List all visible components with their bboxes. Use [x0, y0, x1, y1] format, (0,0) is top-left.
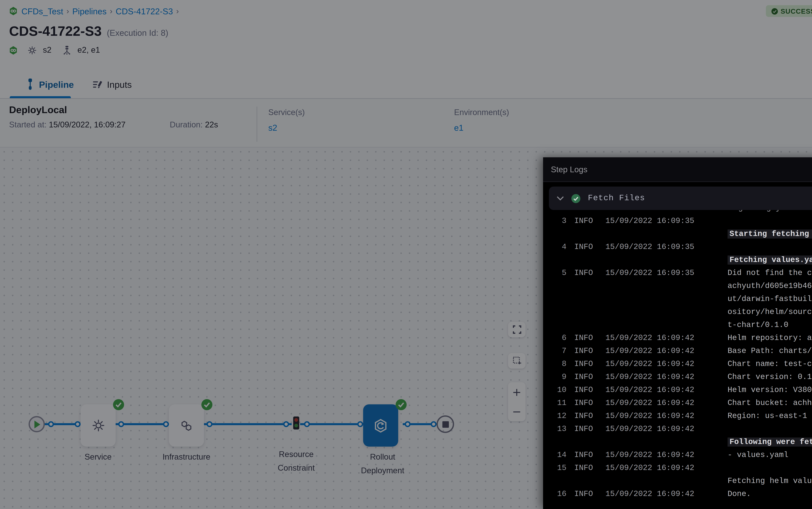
chevron-down-icon[interactable] — [557, 196, 564, 201]
log-message: Region: us-east-1 — [728, 410, 812, 422]
log-timestamp: 15/09/2022 16:09:42 — [605, 448, 720, 462]
log-row: 10INFO15/09/2022 16:09:42Helm version: V… — [552, 383, 812, 397]
log-level: INFO — [574, 448, 599, 462]
log-level: INFO — [574, 371, 599, 383]
log-timestamp: 15/09/2022 16:09:42 — [605, 371, 720, 383]
log-row: 3INFO15/09/2022 16:09:35Starting fetchin… — [552, 214, 812, 240]
log-line-number: 8 — [552, 358, 566, 371]
log-line-number: 6 — [552, 332, 566, 344]
log-line-number: 7 — [552, 344, 566, 358]
log-line-number: 14 — [552, 448, 566, 462]
log-timestamp: 15/09/2022 16:09:42 — [605, 397, 720, 410]
step-success-icon — [571, 193, 581, 203]
log-timestamp: 15/09/2022 16:09:42 — [605, 358, 720, 371]
log-row: 15INFO15/09/2022 16:09:42Fetching helm v… — [552, 462, 812, 487]
step-row-fetch-files[interactable]: Fetch Files ↑ ↓ 9s — [549, 186, 812, 210]
log-message: Done. — [728, 487, 812, 501]
log-timestamp: 15/09/2022 16:09:42 — [605, 422, 720, 436]
log-message: Helm repository: aws-qa-setup-modified — [728, 332, 812, 344]
log-line-number: 11 — [552, 397, 566, 410]
log-timestamp: 15/09/2022 16:09:42 — [605, 344, 720, 358]
log-line-number: 13 — [552, 422, 566, 436]
log-level: INFO — [574, 410, 599, 422]
log-row: 9INFO15/09/2022 16:09:42Chart version: 0… — [552, 371, 812, 383]
log-line-number: 10 — [552, 383, 566, 397]
log-row: 8INFO15/09/2022 16:09:42Chart name: test… — [552, 358, 812, 371]
drawer-header: Step Logs Console View — [543, 157, 812, 182]
step-name: Fetch Files — [588, 194, 645, 203]
log-message: Starting fetching Helm values — [728, 214, 812, 240]
clipped-log-line: m getting } — [729, 210, 812, 214]
log-level: INFO — [574, 240, 599, 253]
log-row: 11INFO15/09/2022 16:09:42Chart bucket: a… — [552, 397, 812, 410]
log-line-number: 5 — [552, 267, 566, 279]
log-timestamp: 15/09/2022 16:09:42 — [605, 383, 720, 397]
log-row: 7INFO15/09/2022 16:09:42Base Path: chart… — [552, 344, 812, 358]
log-timestamp: 15/09/2022 16:09:42 — [605, 487, 720, 501]
log-row: 14INFO15/09/2022 16:09:42- values.yaml — [552, 448, 812, 462]
log-line-number: 15 — [552, 462, 566, 475]
log-line-number: 4 — [552, 240, 566, 253]
log-level: INFO — [574, 358, 599, 371]
log-message: Did not find the chart and version in lo… — [728, 267, 812, 332]
log-message: Chart bucket: achhelmbucket — [728, 397, 812, 410]
log-timestamp: 15/09/2022 16:09:42 — [605, 462, 720, 475]
log-timestamp: 15/09/2022 16:09:35 — [605, 240, 720, 253]
log-row: 6INFO15/09/2022 16:09:42Helm repository:… — [552, 332, 812, 344]
log-row: 5INFO15/09/2022 16:09:35Did not find the… — [552, 267, 812, 332]
log-line-number: 12 — [552, 410, 566, 422]
log-message: - values.yaml — [728, 448, 812, 462]
log-message: Helm version: V380 — [728, 383, 812, 397]
log-level: INFO — [574, 383, 599, 397]
log-level: INFO — [574, 332, 599, 344]
log-timestamp: 15/09/2022 16:09:42 — [605, 332, 720, 344]
log-message: Chart version: 0.1.0 — [728, 371, 812, 383]
log-level: INFO — [574, 422, 599, 436]
log-row: 4INFO15/09/2022 16:09:35Fetching values.… — [552, 240, 812, 267]
log-level: INFO — [574, 267, 599, 279]
log-line-number: 16 — [552, 487, 566, 501]
log-message: Base Path: charts/ — [728, 344, 812, 358]
log-line-number: 9 — [552, 371, 566, 383]
log-level: INFO — [574, 462, 599, 475]
log-message: Fetching helm values completed successfu… — [728, 462, 812, 487]
log-level: INFO — [574, 487, 599, 501]
log-row: 12INFO15/09/2022 16:09:42Region: us-east… — [552, 410, 812, 422]
log-message: Following were fetched successfully : — [728, 422, 812, 448]
log-console[interactable]: m getting } 3INFO15/09/2022 16:09:35Star… — [543, 210, 812, 509]
log-row: 16INFO15/09/2022 16:09:42Done. — [552, 487, 812, 501]
log-message: Fetching values.yaml from helm chart rep… — [728, 240, 812, 267]
log-level: INFO — [574, 214, 599, 228]
log-level: INFO — [574, 344, 599, 358]
log-message: Chart name: test-chart — [728, 358, 812, 371]
step-logs-drawer: Step Logs Console View Fetch Files ↑ ↓ 9… — [543, 157, 812, 509]
log-timestamp: 15/09/2022 16:09:35 — [605, 214, 720, 228]
log-line-number: 3 — [552, 214, 566, 228]
log-timestamp: 15/09/2022 16:09:35 — [605, 267, 720, 279]
log-row: 13INFO15/09/2022 16:09:42Following were … — [552, 422, 812, 448]
log-level: INFO — [574, 397, 599, 410]
log-lines: 3INFO15/09/2022 16:09:35Starting fetchin… — [552, 214, 812, 501]
drawer-title: Step Logs — [551, 165, 587, 174]
app-root: CFDs_Test›Pipelines›CDS-41722-S3› SUCCES… — [0, 0, 812, 509]
log-timestamp: 15/09/2022 16:09:42 — [605, 410, 720, 422]
